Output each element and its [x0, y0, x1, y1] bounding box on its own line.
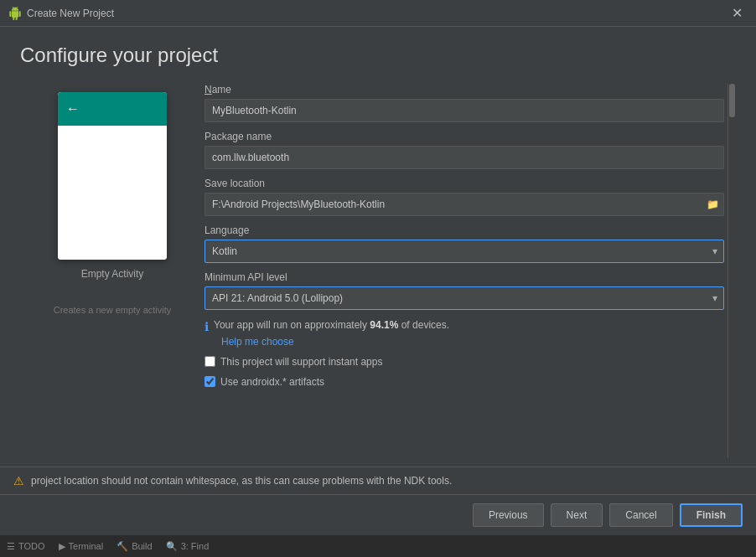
name-group: Name — [205, 84, 724, 122]
instant-apps-checkbox[interactable] — [205, 356, 215, 367]
page-header: Configure your project — [0, 27, 756, 75]
api-select[interactable]: API 21: Android 5.0 (Lollipop) API 16: A… — [205, 286, 724, 310]
api-level-group: Minimum API level API 21: Android 5.0 (L… — [205, 271, 724, 310]
api-select-wrapper: API 21: Android 5.0 (Lollipop) API 16: A… — [205, 286, 724, 310]
left-panel: ← Empty Activity Creates a new empty act… — [20, 84, 205, 458]
warning-text: project location should not contain whit… — [31, 475, 452, 487]
language-label: Language — [205, 224, 724, 236]
right-panel: Name Package name Save location 📁 Langua… — [205, 84, 728, 458]
scroll-thumb — [729, 84, 735, 117]
name-label: Name — [205, 84, 724, 95]
info-row: ℹ Your app will run on approximately 94.… — [205, 318, 724, 336]
instant-apps-label: This project will support instant apps — [220, 356, 382, 368]
api-level-label: Minimum API level — [205, 271, 724, 283]
phone-preview: ← — [58, 92, 167, 260]
taskbar-todo[interactable]: ☰ TODO — [7, 541, 45, 552]
package-label: Package name — [205, 131, 724, 142]
androidx-checkbox[interactable] — [205, 376, 215, 387]
phone-header: ← — [58, 92, 167, 126]
footer: Previous Next Cancel Finish — [0, 494, 756, 535]
activity-desc: Creates a new empty activity — [54, 305, 172, 315]
back-arrow-icon: ← — [66, 101, 80, 116]
save-location-label: Save location — [205, 178, 724, 189]
previous-button[interactable]: Previous — [473, 503, 544, 527]
taskbar-build[interactable]: 🔨 Build — [117, 541, 152, 552]
warning-bar: ⚠ project location should not contain wh… — [0, 467, 756, 494]
save-location-wrapper: 📁 — [205, 193, 724, 216]
folder-icon[interactable]: 📁 — [707, 199, 719, 210]
info-icon: ℹ — [205, 319, 209, 336]
taskbar: ☰ TODO ▶ Terminal 🔨 Build 🔍 3: Find — [0, 535, 756, 557]
phone-body — [58, 126, 167, 260]
close-button[interactable]: ✕ — [727, 3, 748, 23]
name-input[interactable] — [205, 99, 724, 122]
language-select-wrapper: Kotlin Java — [205, 240, 724, 263]
androidx-row: Use androidx.* artifacts — [205, 376, 724, 388]
find-icon: 🔍 — [166, 541, 178, 552]
info-section: ℹ Your app will run on approximately 94.… — [205, 318, 724, 348]
language-select[interactable]: Kotlin Java — [205, 240, 724, 263]
language-group: Language Kotlin Java — [205, 224, 724, 263]
scroll-track — [728, 84, 736, 458]
warning-icon: ⚠ — [13, 474, 24, 487]
package-group: Package name — [205, 131, 724, 169]
save-location-input[interactable] — [205, 193, 724, 216]
title-bar-text: Create New Project — [27, 8, 727, 19]
taskbar-find[interactable]: 🔍 3: Find — [166, 541, 210, 552]
finish-button[interactable]: Finish — [680, 503, 743, 527]
taskbar-terminal[interactable]: ▶ Terminal — [59, 541, 104, 552]
instant-apps-row: This project will support instant apps — [205, 356, 724, 368]
next-button[interactable]: Next — [551, 503, 603, 527]
build-icon: 🔨 — [117, 541, 128, 552]
save-location-group: Save location 📁 — [205, 178, 724, 216]
package-input[interactable] — [205, 146, 724, 169]
terminal-icon: ▶ — [59, 541, 65, 552]
main-content: Configure your project ← Empty Activity … — [0, 27, 756, 535]
androidx-label: Use androidx.* artifacts — [220, 376, 324, 388]
todo-icon: ☰ — [7, 541, 15, 552]
android-icon — [8, 7, 22, 20]
help-link[interactable]: Help me choose — [221, 336, 724, 348]
content-area: ← Empty Activity Creates a new empty act… — [0, 75, 756, 467]
title-bar: Create New Project ✕ — [0, 0, 756, 27]
info-text: Your app will run on approximately 94.1%… — [214, 318, 449, 333]
activity-label: Empty Activity — [81, 268, 144, 280]
cancel-button[interactable]: Cancel — [609, 503, 672, 527]
page-title: Configure your project — [20, 44, 736, 67]
